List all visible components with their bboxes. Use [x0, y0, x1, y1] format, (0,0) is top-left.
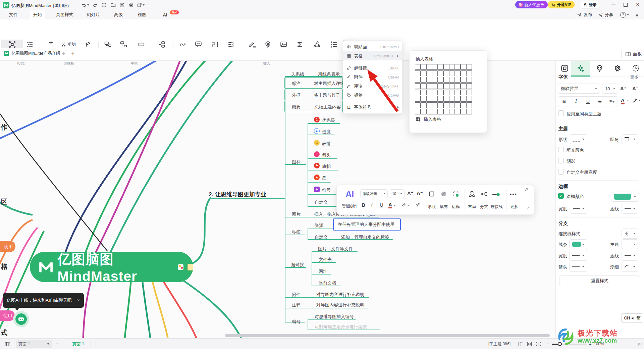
undo-dropdown-icon[interactable]: [87, 2, 90, 8]
connector-style-select[interactable]: [622, 229, 638, 239]
save-icon[interactable]: [119, 2, 125, 8]
page-list-icon[interactable]: [5, 339, 10, 349]
ft-font-select[interactable]: 微软雅黑: [360, 189, 388, 198]
table-grid-cell[interactable]: [432, 90, 438, 95]
pin-icon[interactable]: [524, 187, 529, 192]
table-grid-cell[interactable]: [415, 83, 421, 89]
ft-highlight-button[interactable]: [401, 203, 406, 208]
italic-button[interactable]: I: [570, 99, 582, 104]
menu-item-table[interactable]: 表格 Ctrl+Shift+J: [343, 51, 402, 60]
topic-tag-label[interactable]: 标签: [292, 229, 301, 235]
table-grid-cell[interactable]: [438, 96, 443, 102]
branch-width-select[interactable]: [569, 251, 587, 261]
tab-style-active[interactable]: [571, 61, 590, 76]
table-grid-cell[interactable]: [449, 96, 455, 102]
table-grid-cell[interactable]: [426, 96, 432, 102]
table-grid-cell[interactable]: [426, 90, 432, 95]
ft-shape-icon[interactable]: [428, 191, 435, 197]
table-grid-cell[interactable]: [415, 77, 421, 83]
topic-hyperlink-child[interactable]: 当前文档: [319, 280, 336, 286]
table-grid-cell[interactable]: [426, 83, 432, 89]
table-grid-cell[interactable]: [438, 109, 443, 114]
ime-indicator[interactable]: CH 简: [621, 313, 643, 323]
table-grid-cell[interactable]: [443, 70, 449, 76]
topic-resource-label[interactable]: 资源: [315, 222, 323, 229]
ft-underline-button[interactable]: U: [380, 202, 383, 208]
tab-history[interactable]: [632, 64, 640, 72]
fit-window-icon[interactable]: [527, 339, 532, 349]
zoom-out-button[interactable]: −: [547, 339, 550, 349]
topic-boundary-desc[interactable]: 将主题与其子: [314, 92, 340, 98]
table-grid-cell[interactable]: [449, 102, 455, 108]
tab-file[interactable]: 文件: [6, 10, 21, 19]
table-grid-cell[interactable]: [466, 64, 472, 70]
horizontal-scrollbar[interactable]: [225, 334, 550, 337]
topic-icon-child[interactable]: 旗帜: [322, 163, 331, 169]
fullscreen-icon[interactable]: [536, 339, 541, 349]
line-color-select[interactable]: [569, 239, 587, 249]
quick-access-more-icon[interactable]: [147, 2, 151, 8]
topic-icon-child[interactable]: 星: [322, 175, 326, 181]
topic-icon-child[interactable]: 箭头: [322, 152, 331, 158]
topic-note-label[interactable]: 注释: [292, 302, 301, 308]
menu-item-comment[interactable]: 评论 Ctrl+Shift+T: [343, 82, 402, 91]
table-grid-cell[interactable]: [466, 96, 472, 102]
corner-select[interactable]: [622, 134, 638, 144]
table-grid-cell[interactable]: [438, 83, 443, 89]
topic-hyperlink-label[interactable]: 超链接: [291, 262, 304, 268]
table-grid-cell[interactable]: [466, 90, 472, 95]
drag-corner-icon[interactable]: [527, 206, 530, 210]
topic-edit-box[interactable]: 在任务管理的人事分配中使用: [333, 218, 401, 231]
table-grid-cell[interactable]: [421, 96, 426, 102]
table-grid-cell[interactable]: [415, 109, 421, 114]
table-grid-cell[interactable]: [438, 70, 443, 76]
tab-view[interactable]: 视图: [134, 10, 150, 19]
topic-callout-label[interactable]: 标注: [292, 81, 301, 87]
menu-item-tag[interactable]: 标签 Ctrl+G: [343, 91, 402, 100]
table-grid-cell[interactable]: [432, 77, 438, 83]
table-grid-cell[interactable]: [461, 102, 466, 108]
ft-fill-icon[interactable]: [440, 191, 447, 197]
bold-button[interactable]: B: [558, 99, 570, 104]
table-grid-cell[interactable]: [455, 102, 461, 108]
share-button[interactable]: 分享: [595, 10, 617, 19]
table-grid-cell[interactable]: [455, 90, 461, 95]
note-icon[interactable]: [187, 264, 193, 270]
table-grid-cell[interactable]: [449, 70, 455, 76]
table-grid-cell[interactable]: [461, 109, 466, 114]
ft-more-icon[interactable]: •••: [510, 191, 517, 197]
table-grid-cell[interactable]: [432, 96, 438, 102]
topic-icon-child[interactable]: 优先级: [322, 117, 335, 123]
border-color-checkbox[interactable]: ✓: [558, 193, 564, 199]
print-icon[interactable]: [128, 2, 135, 8]
table-grid-cell[interactable]: [443, 90, 449, 95]
ft-font-decrease-icon[interactable]: A⁻: [417, 190, 423, 196]
login-button[interactable]: 登录: [580, 1, 600, 8]
panel-toggle-button[interactable]: 面板: [625, 51, 642, 57]
table-grid-cell[interactable]: [426, 102, 432, 108]
table-grid-cell[interactable]: [426, 70, 432, 76]
undo-icon[interactable]: [80, 2, 87, 8]
strike-button[interactable]: S: [594, 99, 606, 104]
menu-item-hyperlink[interactable]: 超链接 Ctrl+K: [343, 63, 402, 72]
topic-numbering-label[interactable]: 编号: [292, 319, 301, 325]
new-file-icon[interactable]: [101, 2, 107, 8]
table-grid-cell[interactable]: [443, 83, 449, 89]
topic-picture-label[interactable]: 图片: [292, 211, 301, 217]
apply-same-checkbox[interactable]: [558, 110, 564, 116]
font-decrease-icon[interactable]: A⁻: [632, 86, 639, 92]
table-grid-cell[interactable]: [449, 64, 455, 70]
table-grid-cell[interactable]: [432, 83, 438, 89]
central-topic[interactable]: 亿图脑图MindMaster: [30, 252, 193, 282]
topic-icon-child[interactable]: 表情: [322, 141, 331, 147]
topic-relation-desc[interactable]: 用线条表示: [318, 71, 340, 77]
topic-numbering-sub[interactable]: 可對每層主題分別進行編號: [315, 324, 367, 330]
insert-table-action[interactable]: 插入表格: [416, 116, 441, 122]
table-grid-cell[interactable]: [461, 96, 466, 102]
table-grid-cell[interactable]: [466, 102, 472, 108]
tab-sticker[interactable]: [613, 64, 622, 72]
shadow-checkbox[interactable]: [558, 158, 564, 163]
ft-size-select[interactable]: 10: [390, 189, 405, 198]
table-grid-cell[interactable]: [455, 96, 461, 102]
taper-select[interactable]: [622, 262, 638, 272]
